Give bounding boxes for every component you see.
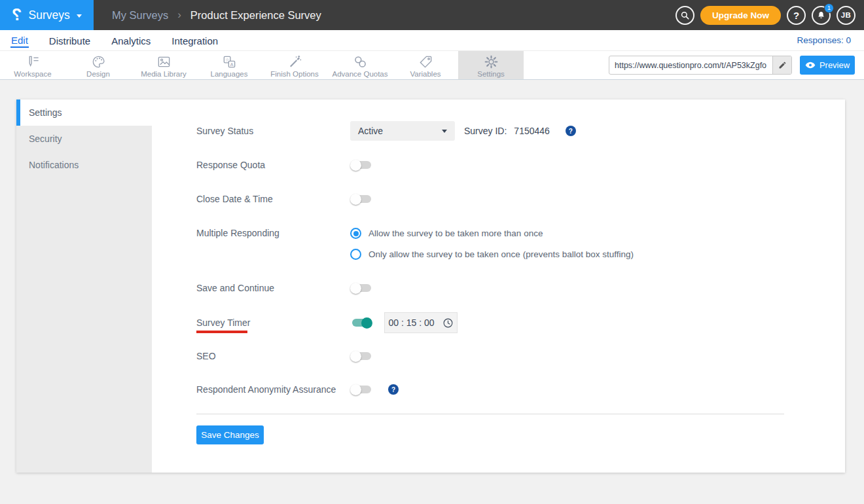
toolbar-item-languages[interactable]: ☆A Languages bbox=[196, 51, 262, 79]
survey-url-box bbox=[609, 56, 792, 75]
survey-timer-value: 00 : 15 : 00 bbox=[388, 317, 434, 328]
response-quota-toggle[interactable] bbox=[350, 160, 372, 171]
breadcrumb: My Surveys › Product Experience Survey bbox=[112, 9, 321, 22]
tab-edit[interactable]: Edit bbox=[10, 33, 29, 48]
user-avatar[interactable]: JB bbox=[837, 6, 855, 25]
save-continue-label: Save and Continue bbox=[196, 283, 350, 293]
media-library-icon bbox=[156, 54, 171, 69]
survey-id-label: Survey ID: bbox=[464, 126, 507, 136]
radio-allow-multiple-label: Allow the survey to be taken more than o… bbox=[369, 228, 543, 238]
anonymity-help-icon[interactable]: ? bbox=[388, 384, 399, 395]
radio-allow-multiple[interactable]: Allow the survey to be taken more than o… bbox=[350, 228, 634, 239]
sidebar-item-notifications[interactable]: Notifications bbox=[16, 152, 152, 178]
survey-status-label: Survey Status bbox=[196, 126, 350, 136]
responses-count: Responses: 0 bbox=[797, 35, 864, 45]
variables-icon bbox=[418, 54, 433, 69]
breadcrumb-separator-icon: › bbox=[177, 9, 181, 22]
bell-icon bbox=[816, 10, 826, 20]
close-date-row: Close Date & Time bbox=[196, 189, 372, 209]
radio-only-once[interactable]: Only allow the survey to be taken once (… bbox=[350, 249, 634, 260]
upgrade-now-button[interactable]: Upgrade Now bbox=[700, 6, 781, 25]
seo-row: SEO bbox=[196, 346, 372, 366]
response-quota-label: Response Quota bbox=[196, 160, 350, 170]
advance-quotas-icon bbox=[353, 54, 368, 69]
close-date-toggle[interactable] bbox=[350, 194, 372, 205]
sidebar-item-settings[interactable]: Settings bbox=[16, 99, 152, 126]
tab-analytics[interactable]: Analytics bbox=[111, 34, 151, 47]
toolbar-item-label: Finish Options bbox=[270, 70, 319, 78]
finish-options-icon bbox=[287, 54, 302, 69]
save-changes-button[interactable]: Save Changes bbox=[196, 425, 264, 444]
multiple-responding-options: Allow the survey to be taken more than o… bbox=[350, 228, 634, 260]
toolbar-item-label: Design bbox=[86, 70, 110, 78]
questionpro-logo-icon: ? bbox=[12, 5, 22, 24]
tab-distribute[interactable]: Distribute bbox=[48, 34, 91, 47]
toolbar-item-finish-options[interactable]: Finish Options bbox=[262, 51, 327, 79]
toolbar-item-variables[interactable]: Variables bbox=[393, 51, 458, 79]
preview-button-label: Preview bbox=[819, 60, 850, 70]
notifications-button[interactable]: 1 bbox=[812, 6, 831, 25]
toolbar-item-label: Workspace bbox=[14, 70, 51, 78]
sidebar-item-security[interactable]: Security bbox=[16, 126, 152, 152]
settings-panel: Settings Security Notifications Survey S… bbox=[16, 99, 845, 473]
response-quota-row: Response Quota bbox=[196, 155, 372, 175]
seo-toggle[interactable] bbox=[350, 351, 372, 362]
chevron-down-icon bbox=[442, 130, 447, 133]
svg-text:A: A bbox=[230, 62, 233, 67]
search-button[interactable] bbox=[675, 6, 694, 25]
save-continue-row: Save and Continue bbox=[196, 278, 372, 298]
tab-integration[interactable]: Integration bbox=[171, 34, 219, 47]
survey-id-help-icon[interactable]: ? bbox=[566, 126, 576, 136]
product-name: Surveys bbox=[29, 9, 70, 22]
edit-url-button[interactable] bbox=[772, 56, 791, 74]
workspace-icon bbox=[26, 54, 41, 69]
toolbar-item-workspace[interactable]: Workspace bbox=[0, 51, 65, 79]
toolbar-item-advance-quotas[interactable]: Advance Quotas bbox=[327, 51, 393, 79]
radio-unselected-icon bbox=[350, 249, 361, 260]
radio-only-once-label: Only allow the survey to be taken once (… bbox=[369, 249, 634, 259]
radio-selected-icon bbox=[350, 228, 361, 239]
edit-toolbar: Workspace Design Media Library ☆A Langua… bbox=[0, 51, 864, 80]
top-bar: ? Surveys My Surveys › Product Experienc… bbox=[0, 0, 864, 30]
questionpro-settings-page: ? Surveys My Surveys › Product Experienc… bbox=[0, 0, 864, 504]
survey-status-value: Active bbox=[358, 126, 383, 136]
survey-id-value: 7150446 bbox=[514, 126, 550, 136]
breadcrumb-current-survey: Product Experience Survey bbox=[190, 9, 321, 22]
survey-link-group: Preview bbox=[609, 56, 855, 75]
topbar-actions: Upgrade Now ? 1 JB bbox=[675, 6, 864, 25]
survey-timer-input[interactable]: 00 : 15 : 00 bbox=[384, 312, 458, 333]
survey-timer-annotation-underline bbox=[196, 331, 247, 333]
seo-label: SEO bbox=[196, 351, 350, 361]
survey-timer-label: Survey Timer bbox=[196, 317, 350, 328]
preview-button[interactable]: Preview bbox=[800, 56, 855, 75]
toolbar-item-label: Languages bbox=[211, 70, 248, 78]
anonymity-toggle[interactable] bbox=[350, 384, 372, 395]
toolbar-item-media-library[interactable]: Media Library bbox=[131, 51, 196, 79]
notification-count-badge: 1 bbox=[824, 3, 834, 13]
survey-status-row: Survey Status Active Survey ID: 7150446 … bbox=[196, 121, 576, 141]
survey-timer-toggle[interactable] bbox=[350, 317, 372, 329]
product-switcher[interactable]: ? Surveys bbox=[0, 0, 94, 30]
design-icon bbox=[91, 54, 106, 69]
multiple-responding-label: Multiple Responding bbox=[196, 228, 350, 238]
chevron-down-icon bbox=[77, 14, 82, 18]
survey-url-input[interactable] bbox=[609, 56, 772, 74]
help-button[interactable]: ? bbox=[787, 6, 806, 25]
anonymity-label: Respondent Anonymity Assurance bbox=[196, 384, 350, 395]
breadcrumb-my-surveys[interactable]: My Surveys bbox=[112, 9, 168, 22]
survey-status-dropdown[interactable]: Active bbox=[350, 121, 455, 141]
search-icon bbox=[680, 10, 690, 20]
toolbar-item-label: Variables bbox=[410, 70, 441, 78]
toolbar-item-label: Settings bbox=[477, 70, 505, 78]
anonymity-row: Respondent Anonymity Assurance ? bbox=[196, 380, 399, 399]
save-continue-toggle[interactable] bbox=[350, 283, 372, 294]
toolbar-item-label: Media Library bbox=[141, 70, 187, 78]
pencil-icon bbox=[778, 61, 787, 69]
close-date-label: Close Date & Time bbox=[196, 194, 350, 204]
eye-icon bbox=[805, 62, 816, 69]
settings-icon bbox=[484, 54, 499, 69]
toolbar-item-design[interactable]: Design bbox=[65, 51, 131, 79]
toolbar-item-settings[interactable]: Settings bbox=[458, 51, 524, 79]
settings-sidebar: Settings Security Notifications bbox=[16, 99, 152, 473]
multiple-responding-row: Multiple Responding Allow the survey to … bbox=[196, 228, 634, 260]
